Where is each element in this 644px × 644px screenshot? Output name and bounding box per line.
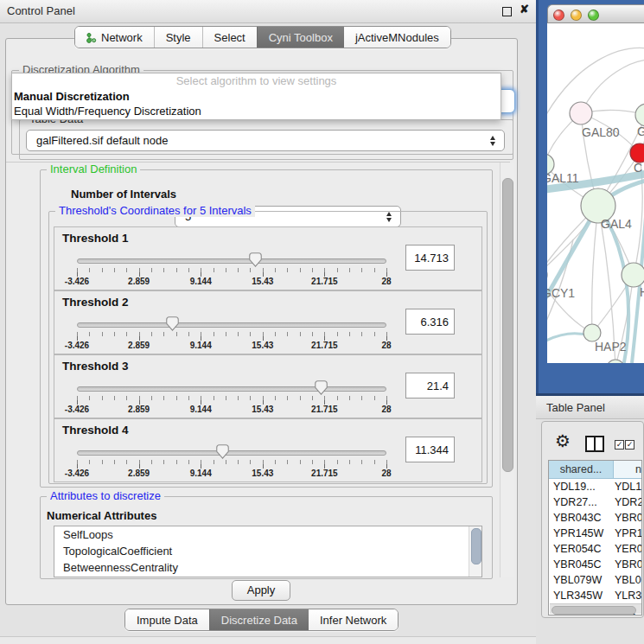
zoom-traffic-light-icon[interactable] [588, 10, 599, 21]
table-data-combo[interactable]: galFiltered.sif default node [26, 130, 505, 151]
attribute-list-item[interactable]: BetweennessCentrality [54, 559, 481, 576]
table-row[interactable]: YDR27...YDR2 [549, 494, 641, 510]
table-row[interactable]: YPR145WYPR1 [549, 526, 641, 541]
column-layout-icon[interactable] [585, 436, 604, 452]
close-icon[interactable]: ✘ [520, 3, 529, 16]
network-edge[interactable] [592, 206, 598, 333]
cell-name[interactable]: YDL1 [613, 479, 641, 494]
threshold-slider[interactable]: -3.4262.8599.14415.4321.71528 [77, 291, 386, 354]
slider-thumb[interactable] [216, 444, 229, 459]
table-row[interactable]: YLR345WYLR3 [549, 588, 641, 603]
threshold-value-field[interactable]: 14.713 [405, 245, 455, 271]
slider-scale-label: 9.144 [190, 341, 212, 350]
cell-name[interactable]: YER0 [613, 541, 641, 557]
slider-thumb[interactable] [249, 252, 262, 267]
main-scrollbar-thumb[interactable] [502, 178, 513, 472]
gear-icon[interactable]: ⚙ [555, 432, 571, 450]
network-edge[interactable] [581, 60, 644, 113]
threshold-slider[interactable]: -3.4262.8599.14415.4321.71528 [77, 227, 386, 290]
slider-track[interactable] [77, 322, 386, 328]
cell-shared-name[interactable]: YLR345W [549, 588, 613, 603]
cell-name[interactable]: YPR1 [613, 526, 641, 541]
network-node[interactable] [630, 143, 644, 163]
network-node[interactable] [570, 102, 592, 124]
slider-track[interactable] [77, 386, 386, 392]
network-graph[interactable]: GAL80GCGAL11GAL4GCY1HHAP2 [547, 23, 644, 363]
network-canvas[interactable]: GAL80GCGAL11GAL4GCY1HHAP2 [547, 23, 644, 363]
table-row[interactable]: YBR043CYBR0 [549, 510, 641, 526]
cell-shared-name[interactable]: YER054C [549, 541, 613, 557]
network-node[interactable] [607, 360, 624, 363]
numerical-attributes-label: Numerical Attributes [47, 509, 156, 522]
attribute-list-item[interactable]: TopologicalCoefficient [54, 543, 481, 559]
threshold-slider[interactable]: -3.4262.8599.14415.4321.71528 [77, 419, 386, 481]
network-node-label: G [637, 124, 644, 138]
table-row[interactable]: YDL19...YDL1 [549, 479, 641, 494]
threshold-box: Threshold 3 -3.4262.8599.14415.4321.7152… [54, 354, 482, 418]
network-window-titlebar[interactable] [547, 4, 644, 23]
cell-name[interactable]: YBR0 [613, 510, 641, 526]
table-row[interactable]: YBR045CYBR0 [549, 557, 641, 572]
table-hscrollbar-thumb[interactable] [552, 606, 636, 615]
threshold-value-field[interactable]: 11.344 [405, 437, 455, 462]
network-node[interactable] [622, 263, 644, 287]
attribute-list-item[interactable]: SelfLoops [54, 526, 481, 543]
slider-track[interactable] [77, 450, 386, 456]
close-traffic-light-icon[interactable] [553, 10, 564, 21]
slider-scale-label: 9.144 [190, 405, 212, 414]
cell-shared-name[interactable]: YDR27... [549, 494, 613, 510]
apply-button[interactable]: Apply [232, 580, 290, 601]
slider-scale-label: -3.426 [65, 341, 89, 350]
threshold-value-field[interactable]: 6.316 [405, 309, 455, 335]
table-row[interactable]: YER054CYER0 [549, 541, 641, 557]
tab-style[interactable]: Style [154, 27, 202, 48]
tab-impute-data[interactable]: Impute Data [125, 609, 209, 630]
algorithm-hint-option[interactable]: Select algorithm to view settings [12, 73, 501, 89]
tab-jactivemnodules[interactable]: jActiveMNodules [344, 27, 450, 48]
main-vertical-scrollbar[interactable] [500, 163, 514, 577]
threshold-value-field[interactable]: 21.4 [405, 373, 455, 399]
minimize-traffic-light-icon[interactable] [571, 10, 582, 21]
cell-shared-name[interactable]: YDL19... [549, 479, 613, 494]
tab-discretize-data[interactable]: Discretize Data [209, 609, 309, 630]
table-row[interactable]: YBL079WYBL0 [549, 572, 641, 588]
checkbox-icon[interactable]: ✓ [625, 440, 634, 450]
column-header-shared[interactable]: shared... [549, 461, 614, 478]
checkbox-icon[interactable]: ✓ [615, 440, 624, 450]
float-window-icon[interactable] [502, 7, 512, 16]
table-header-row: shared... n [549, 461, 641, 479]
threshold-slider[interactable]: -3.4262.8599.14415.4321.71528 [77, 355, 386, 418]
option-equal-width-frequency[interactable]: Equal Width/Frequency Discretization [12, 104, 501, 118]
table-panel-region: Table Panel ⚙ ✓ ✓ shared... n YDL19...YD… [536, 393, 644, 644]
tab-network[interactable]: Network [75, 27, 154, 48]
column-header-name[interactable]: n [614, 461, 641, 478]
network-node[interactable] [583, 324, 601, 341]
tab-infer-network[interactable]: Infer Network [309, 609, 398, 630]
slider-thumb[interactable] [315, 380, 328, 395]
network-edge[interactable] [547, 48, 644, 125]
slider-thumb[interactable] [166, 316, 179, 331]
cell-name[interactable]: YLR3 [613, 588, 641, 603]
cell-shared-name[interactable]: YBR045C [549, 557, 613, 572]
slider-scale-label: 15.43 [252, 341, 273, 350]
cell-name[interactable]: YBR0 [613, 557, 641, 572]
top-tab-bar: Network Style Select Cyni Toolbox jActiv… [74, 26, 451, 48]
numerical-attributes-list[interactable]: SelfLoopsTopologicalCoefficientBetweenne… [54, 526, 482, 577]
table-horizontal-scrollbar[interactable] [550, 603, 642, 614]
network-node[interactable] [635, 104, 644, 126]
cell-shared-name[interactable]: YBR043C [549, 510, 613, 526]
cell-name[interactable]: YBL0 [613, 572, 641, 588]
tab-select[interactable]: Select [202, 27, 257, 48]
network-icon [86, 32, 97, 43]
cell-name[interactable]: YDR2 [613, 494, 641, 510]
slider-scale-label: 15.43 [252, 277, 273, 286]
attributes-scrollbar-thumb[interactable] [471, 528, 481, 564]
cell-shared-name[interactable]: YBL079W [549, 572, 613, 588]
tab-cyni-toolbox[interactable]: Cyni Toolbox [257, 27, 344, 48]
table-rows: YDL19...YDL1YDR27...YDR2YBR043CYBR0YPR14… [549, 479, 641, 615]
node-attribute-table[interactable]: shared... n YDL19...YDL1YDR27...YDR2YBR0… [548, 460, 642, 615]
cell-shared-name[interactable]: YPR145W [549, 526, 613, 541]
attributes-list-scrollbar[interactable] [469, 526, 481, 577]
option-manual-discretization[interactable]: Manual Discretization [12, 89, 501, 104]
slider-track[interactable] [77, 258, 386, 264]
